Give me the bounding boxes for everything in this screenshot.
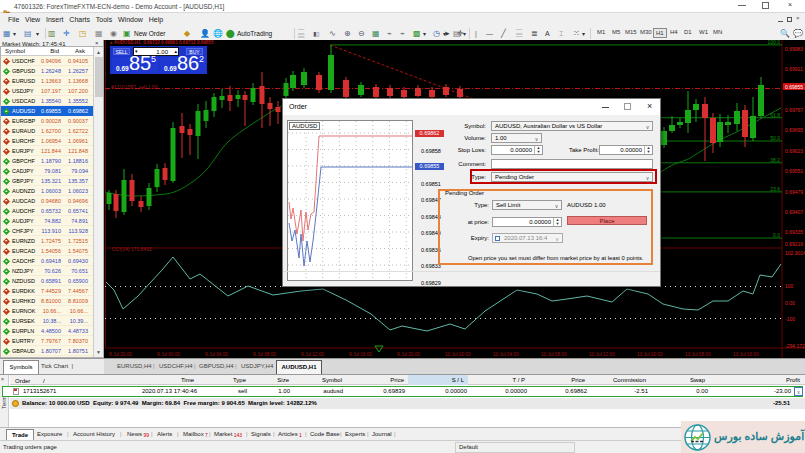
svg-text:0.0: 0.0	[773, 232, 780, 238]
svg-text:-100: -100	[785, 316, 795, 322]
svg-text:8 Jul 20:00: 8 Jul 20:00	[109, 352, 132, 357]
svg-text:10 Jul 04:00: 10 Jul 04:00	[493, 352, 519, 357]
svg-text:100: 100	[785, 283, 794, 289]
svg-text:23.6: 23.6	[770, 186, 780, 192]
svg-text:100.0: 100.0	[767, 40, 780, 45]
svg-text:0.69335: 0.69335	[785, 229, 803, 235]
svg-text:13 Jul 16:00: 13 Jul 16:00	[733, 352, 759, 357]
svg-text:0.69216: 0.69216	[785, 241, 803, 247]
svg-text:102.9014: 102.9014	[785, 250, 805, 256]
svg-text:9 Jul 04:00: 9 Jul 04:00	[205, 352, 228, 357]
svg-text:13 Jul 00:00: 13 Jul 00:00	[637, 352, 663, 357]
svg-text:9 Jul 12:00: 9 Jul 12:00	[301, 352, 324, 357]
svg-text:-294.1721: -294.1721	[785, 343, 805, 349]
svg-text:10 Jul 00:00: 10 Jul 00:00	[445, 352, 471, 357]
svg-text:9 Jul 20:00: 9 Jul 20:00	[397, 352, 420, 357]
svg-text:0.69695: 0.69695	[785, 127, 803, 133]
svg-text:0.69767: 0.69767	[785, 107, 803, 113]
svg-text:0.69407: 0.69407	[785, 209, 803, 215]
svg-text:9 Jul 08:00: 9 Jul 08:00	[253, 352, 276, 357]
svg-text:0.69551: 0.69551	[785, 168, 803, 174]
svg-text:9 Jul 00:00: 9 Jul 00:00	[157, 352, 180, 357]
svg-text:38.2: 38.2	[770, 157, 780, 163]
svg-text:13 Jul 08:00: 13 Jul 08:00	[685, 352, 711, 357]
svg-text:50.0: 50.0	[770, 135, 780, 141]
svg-text:10 Jul 08:00: 10 Jul 08:00	[541, 352, 567, 357]
svg-text:0.69855: 0.69855	[785, 84, 803, 90]
svg-text:0.69983: 0.69983	[785, 46, 803, 52]
svg-text:0.00: 0.00	[785, 300, 795, 306]
svg-text:0.69911: 0.69911	[785, 66, 803, 72]
svg-text:9 Jul 16:00: 9 Jul 16:00	[349, 352, 372, 357]
svg-text:10 Jul 12:00: 10 Jul 12:00	[589, 352, 615, 357]
svg-text:0.69623: 0.69623	[785, 148, 803, 154]
svg-text:0.69479: 0.69479	[785, 189, 803, 195]
